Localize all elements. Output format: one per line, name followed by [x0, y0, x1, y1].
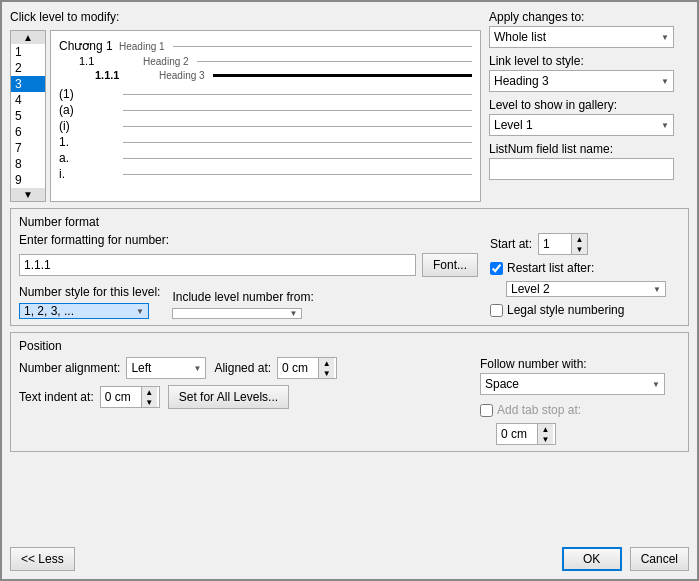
start-at-group: Start at: ▲ ▼ — [490, 233, 680, 255]
apply-changes-arrow: ▼ — [661, 33, 669, 42]
level-item-4[interactable]: 4 — [11, 92, 45, 108]
add-tab-stop-row: Add tab stop at: — [480, 403, 680, 417]
text-indent-input[interactable] — [101, 387, 141, 407]
gallery-level-arrow: ▼ — [661, 121, 669, 130]
number-style-arrow: ▼ — [136, 307, 144, 316]
text-indent-spinbox[interactable]: ▲ ▼ — [100, 386, 160, 408]
follow-number-value: Space — [485, 377, 519, 391]
preview-line-7: 1. — [59, 135, 472, 149]
number-format-title: Number format — [19, 215, 680, 229]
add-tab-stop-spinbox[interactable]: ▲ ▼ — [496, 423, 556, 445]
gallery-level-value: Level 1 — [494, 118, 533, 132]
start-at-up[interactable]: ▲ — [572, 234, 587, 244]
level-item-6[interactable]: 6 — [11, 124, 45, 140]
preview-line-5: (a) — [59, 103, 472, 117]
include-level-dropdown[interactable]: ▼ — [172, 308, 302, 319]
apply-changes-dropdown[interactable]: Whole list ▼ — [489, 26, 674, 48]
gallery-level-label: Level to show in gallery: — [489, 98, 689, 112]
level-item-7[interactable]: 7 — [11, 140, 45, 156]
start-at-input[interactable] — [539, 234, 571, 254]
start-at-spinbox[interactable]: ▲ ▼ — [538, 233, 588, 255]
listnum-group: ListNum field list name: — [489, 142, 689, 180]
link-level-label: Link level to style: — [489, 54, 689, 68]
level-scroll-up[interactable]: ▲ — [11, 31, 45, 44]
level-item-5[interactable]: 5 — [11, 108, 45, 124]
restart-list-checkbox-row: Restart list after: — [490, 261, 680, 275]
font-button[interactable]: Font... — [422, 253, 478, 277]
less-button[interactable]: << Less — [10, 547, 75, 571]
add-tab-stop-input[interactable] — [497, 424, 537, 444]
text-indent-label: Text indent at: — [19, 390, 94, 404]
restart-list-label: Restart list after: — [507, 261, 594, 275]
level-item-9[interactable]: 9 — [11, 172, 45, 188]
preview-box: Chương 1 Heading 1 1.1 Heading 2 1.1.1 H… — [50, 30, 481, 202]
follow-number-label: Follow number with: — [480, 357, 680, 371]
listnum-input[interactable] — [489, 158, 674, 180]
text-indent-down[interactable]: ▼ — [142, 397, 157, 407]
bottom-right-buttons: OK Cancel — [562, 547, 689, 571]
preview-line-6: (i) — [59, 119, 472, 133]
start-at-down[interactable]: ▼ — [572, 244, 587, 254]
add-tab-stop-checkbox[interactable] — [480, 404, 493, 417]
start-at-label: Start at: — [490, 237, 532, 251]
number-style-dropdown[interactable]: 1, 2, 3, ... ▼ — [19, 303, 149, 319]
number-format-section: Number format Enter formatting for numbe… — [10, 208, 689, 326]
number-style-label: Number style for this level: — [19, 285, 160, 299]
bottom-bar: << Less OK Cancel — [10, 543, 689, 571]
follow-number-dropdown[interactable]: Space ▼ — [480, 373, 665, 395]
legal-style-checkbox[interactable] — [490, 304, 503, 317]
include-level-label: Include level number from: — [172, 290, 313, 304]
enter-formatting-label: Enter formatting for number: — [19, 233, 478, 247]
click-level-label: Click level to modify: — [10, 10, 481, 24]
add-tab-up[interactable]: ▲ — [538, 424, 553, 434]
apply-changes-label: Apply changes to: — [489, 10, 689, 24]
num-alignment-dropdown[interactable]: Left ▼ — [126, 357, 206, 379]
level-item-1[interactable]: 1 — [11, 44, 45, 60]
level-list[interactable]: ▲ 1 2 3 4 5 6 7 8 9 ▼ — [10, 30, 46, 202]
formatting-input[interactable] — [19, 254, 416, 276]
level-item-8[interactable]: 8 — [11, 156, 45, 172]
num-alignment-value: Left — [131, 361, 151, 375]
aligned-at-up[interactable]: ▲ — [319, 358, 334, 368]
apply-changes-group: Apply changes to: Whole list ▼ — [489, 10, 689, 48]
link-level-dropdown[interactable]: Heading 3 ▼ — [489, 70, 674, 92]
level-item-3[interactable]: 3 — [11, 76, 45, 92]
ok-button[interactable]: OK — [562, 547, 622, 571]
preview-line-9: i. — [59, 167, 472, 181]
cancel-button[interactable]: Cancel — [630, 547, 689, 571]
aligned-at-down[interactable]: ▼ — [319, 368, 334, 378]
aligned-at-spinbox[interactable]: ▲ ▼ — [277, 357, 337, 379]
follow-number-arrow: ▼ — [652, 380, 660, 389]
num-alignment-arrow: ▼ — [193, 364, 201, 373]
number-style-value: 1, 2, 3, ... — [24, 304, 74, 318]
preview-line-2: 1.1 Heading 2 — [59, 55, 472, 67]
gallery-level-dropdown[interactable]: Level 1 ▼ — [489, 114, 674, 136]
aligned-at-label: Aligned at: — [214, 361, 271, 375]
include-level-arrow: ▼ — [289, 309, 297, 318]
right-panel: Apply changes to: Whole list ▼ Link leve… — [489, 10, 689, 202]
preview-line-8: a. — [59, 151, 472, 165]
position-title: Position — [19, 339, 680, 353]
preview-line-3: 1.1.1 Heading 3 — [59, 69, 472, 81]
listnum-label: ListNum field list name: — [489, 142, 689, 156]
apply-changes-value: Whole list — [494, 30, 546, 44]
preview-line-4: (1) — [59, 87, 472, 101]
restart-value: Level 2 — [511, 282, 550, 296]
aligned-at-input[interactable] — [278, 358, 318, 378]
position-section: Position Number alignment: Left ▼ Aligne… — [10, 332, 689, 452]
num-alignment-label: Number alignment: — [19, 361, 120, 375]
legal-style-label: Legal style numbering — [507, 303, 624, 317]
add-tab-stop-label: Add tab stop at: — [497, 403, 581, 417]
set-all-levels-button[interactable]: Set for All Levels... — [168, 385, 289, 409]
add-tab-down[interactable]: ▼ — [538, 434, 553, 444]
link-level-group: Link level to style: Heading 3 ▼ — [489, 54, 689, 92]
gallery-level-group: Level to show in gallery: Level 1 ▼ — [489, 98, 689, 136]
restart-list-checkbox[interactable] — [490, 262, 503, 275]
text-indent-up[interactable]: ▲ — [142, 387, 157, 397]
level-scroll-down[interactable]: ▼ — [11, 188, 45, 201]
restart-value-dropdown[interactable]: Level 2 ▼ — [506, 281, 666, 297]
link-level-value: Heading 3 — [494, 74, 549, 88]
restart-arrow: ▼ — [653, 285, 661, 294]
level-item-2[interactable]: 2 — [11, 60, 45, 76]
preview-line-1: Chương 1 Heading 1 — [59, 39, 472, 53]
